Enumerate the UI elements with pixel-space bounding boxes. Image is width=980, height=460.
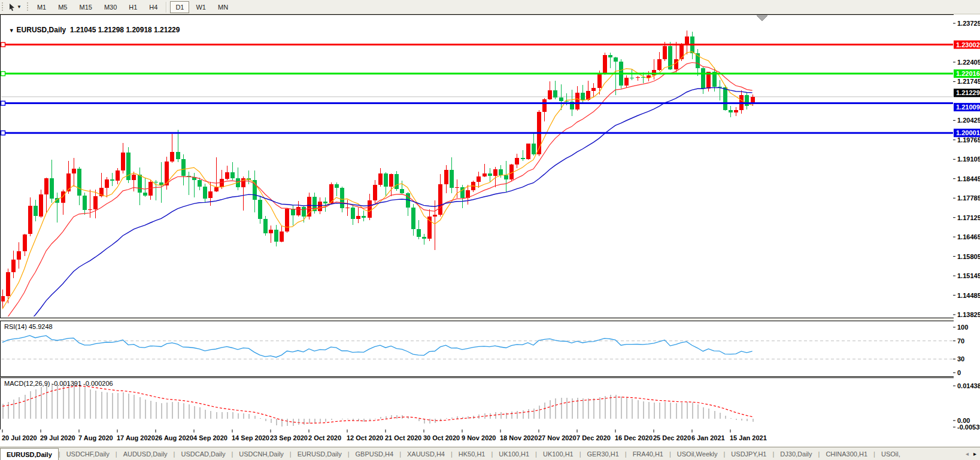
price-axis[interactable] [954, 14, 980, 446]
chart-tab-ger30-h1[interactable]: GER30,H1 [581, 447, 625, 460]
chart-title: ▼EURUSD,Daily 1.21045 1.21298 1.20918 1.… [5, 17, 180, 34]
toolbar-separator [166, 2, 167, 13]
chart-tab-eurusd-daily[interactable]: EURUSD,Daily [292, 447, 348, 460]
chart-tab-eurusd-daily[interactable]: EURUSD,Daily [0, 448, 59, 460]
chart-tab-uk100-h1[interactable]: UK100,H1 [493, 447, 535, 460]
macd-label: MACD(12,26,9) -0.001391 -0.000206 [4, 380, 113, 387]
chart-tab-xauusd-h4[interactable]: XAUUSD,H4 [401, 447, 451, 460]
timeframe-button-m30[interactable]: M30 [99, 1, 122, 13]
chart-tab-uk100-h1[interactable]: UK100,H1 [537, 447, 579, 460]
tabs-scroll-right-button[interactable]: ▸ [973, 451, 976, 457]
time-axis[interactable] [0, 429, 980, 446]
chart-tab-dj30-daily[interactable]: DJ30,Daily [774, 447, 818, 460]
cursor-pointer-icon [8, 3, 16, 11]
chart-tab-usdcad-daily[interactable]: USDCAD,Daily [175, 447, 231, 460]
chart-tab-china300-h1[interactable]: CHINA300,H1 [820, 447, 873, 460]
timeframe-button-group: M1M5M15M30H1H4D1W1MN [31, 1, 234, 13]
timeframe-button-mn[interactable]: MN [213, 1, 233, 13]
timeframe-button-m15[interactable]: M15 [74, 1, 97, 13]
toolbar-grip-2[interactable] [26, 2, 29, 12]
chart-tab-fra40-h1[interactable]: FRA40,H1 [627, 447, 669, 460]
chart-symbol-label: EURUSD,Daily [17, 26, 66, 34]
rsi-label: RSI(14) 45.9248 [4, 323, 53, 330]
top-toolbar: ▼ M1M5M15M30H1H4D1W1MN [0, 0, 980, 14]
timeframe-button-m1[interactable]: M1 [32, 1, 51, 13]
chart-tab-usoil-weekly[interactable]: USOil,Weekly [671, 447, 724, 460]
symbol-collapse-icon[interactable]: ▼ [9, 28, 14, 33]
chart-tab-usdjpy-h1[interactable]: USDJPY,H1 [725, 447, 772, 460]
tabs-scroll-left-button[interactable]: ◂ [966, 451, 969, 457]
timeframe-button-h4[interactable]: H4 [144, 1, 163, 13]
price-chart-panel[interactable] [0, 14, 954, 318]
chart-tab-audusd-daily[interactable]: AUDUSD,Daily [117, 447, 174, 460]
cursor-tool-button[interactable]: ▼ [6, 2, 24, 12]
chart-tabs: EURUSD,Daily|USDCHF,Daily|AUDUSD,Daily|U… [0, 447, 906, 460]
chart-tab-hk50-h1[interactable]: HK50,H1 [453, 447, 491, 460]
timeframe-button-m5[interactable]: M5 [53, 1, 72, 13]
chart-tab-bar: EURUSD,Daily|USDCHF,Daily|AUDUSD,Daily|U… [0, 447, 980, 460]
chart-tab-usdcnh-daily[interactable]: USDCNH,Daily [233, 447, 290, 460]
timeframe-button-w1[interactable]: W1 [190, 1, 211, 13]
mt4-terminal: { "toolbar": { "tool_icon": "cursor-poin… [0, 0, 980, 460]
chevron-down-icon: ▼ [17, 4, 22, 10]
chart-tab-usdchf-daily[interactable]: USDCHF,Daily [60, 447, 116, 460]
chart-tab-usoil-[interactable]: USOil, [875, 447, 906, 460]
timeframe-button-h1[interactable]: H1 [123, 1, 142, 13]
tab-scroll-arrows: ◂ ▸ [966, 447, 980, 460]
toolbar-grip[interactable] [1, 2, 4, 12]
chart-ohlc-values: 1.21045 1.21298 1.20918 1.21229 [70, 26, 180, 34]
timeframe-button-d1[interactable]: D1 [170, 1, 189, 13]
rsi-indicator-panel[interactable] [0, 321, 954, 377]
macd-indicator-panel[interactable] [0, 377, 954, 430]
chart-tab-gbpusd-h4[interactable]: GBPUSD,H4 [350, 447, 400, 460]
